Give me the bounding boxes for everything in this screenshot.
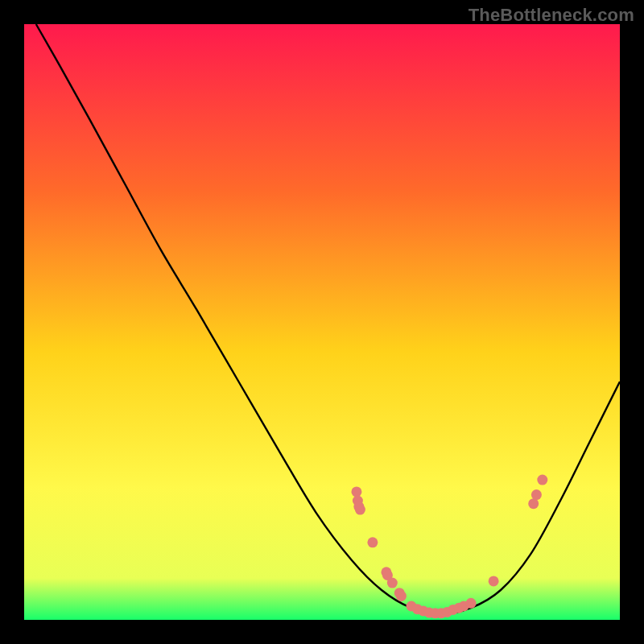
highlight-point [367, 537, 378, 547]
highlight-point [387, 578, 398, 588]
highlight-point [489, 576, 499, 586]
highlight-point [353, 502, 364, 512]
watermark-text: TheBottleneck.com [469, 5, 634, 26]
plot-area [24, 24, 620, 620]
highlight-point [466, 598, 477, 609]
bottleneck-chart [0, 0, 644, 644]
highlight-point [528, 498, 539, 509]
highlight-point [396, 591, 407, 601]
chart-container: TheBottleneck.com [0, 0, 644, 644]
highlight-point [537, 475, 547, 485]
highlight-point [351, 486, 361, 497]
highlight-point [531, 489, 542, 500]
